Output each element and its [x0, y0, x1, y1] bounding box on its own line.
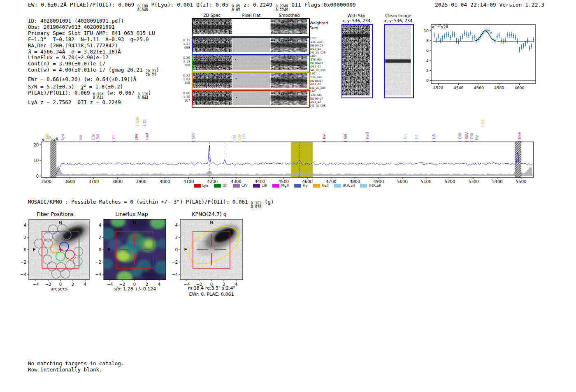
svg-text:−2: −2 [20, 260, 26, 264]
legend-item: (H)CaII [360, 183, 381, 188]
legend-item: Hγ [294, 183, 308, 188]
flux-unit-label: e−17x2Å [42, 136, 58, 141]
kpno-plot: −4−2024420−2−4NE [167, 209, 251, 291]
info-line: Primary Spec_Slot_IFU_AMP: 041_063_015_L… [28, 30, 159, 37]
kpno-xlabel2: EWr: 0, PLAE: 0.061 [175, 292, 248, 297]
fiber-positions-plot: −4−2024420−2−4NE [16, 209, 95, 291]
hi-lo-bounds: 0.1030.038 [251, 202, 262, 209]
legend-swatch [272, 184, 279, 188]
row-right-labels: 0.90"(536, 60)20190407v013_02041_LU_005 [309, 72, 334, 90]
spec2d-row [192, 72, 310, 90]
kpno-xlabel: m:18.4 re:3.3" s:2.4" [175, 285, 248, 291]
summary-header: EW: 0.6±0.2Å P(LAE)/P(OII): 0.069 0.1080… [28, 2, 356, 12]
svg-text:4580: 4580 [494, 86, 504, 90]
svg-text:8: 8 [426, 38, 429, 43]
legend-swatch [313, 184, 320, 188]
hi-lo-bounds: 0.1040.044 [93, 93, 104, 100]
svg-text:−4: −4 [172, 272, 178, 277]
info-line: Cont(w) = 4.00(±0.01)e-17 (gmag 20.21 20… [28, 67, 159, 77]
hi-lo-bounds: 0.050.05 [232, 5, 240, 12]
info-line: Cont(n) = 3.90(±0.07)e-17 [28, 61, 159, 67]
svg-text:0: 0 [426, 78, 429, 83]
svg-text:20: 20 [33, 143, 39, 147]
svg-text:4560: 4560 [474, 86, 484, 90]
hi-lo-bounds: 0.22490.2249 [276, 5, 288, 12]
svg-text:0: 0 [99, 248, 101, 252]
svg-text:E: E [184, 247, 187, 253]
spec2d-row [192, 55, 310, 72]
svg-text:6: 6 [426, 48, 429, 53]
svg-text:E: E [108, 247, 111, 253]
detection-info-block: ID: 4028091091 (4028091091.pdf)Obs: 2019… [28, 18, 159, 106]
clean-image-header: Clean Image x, y: 536, 234 [381, 14, 416, 23]
spec2d-row [192, 90, 310, 108]
legend-item: HeII [313, 183, 329, 188]
row-left-labels: 0.221.02108 [173, 74, 190, 85]
legend-swatch [233, 184, 240, 188]
svg-text:2: 2 [99, 235, 101, 240]
row-left-labels: 0.262.13108 [173, 56, 190, 67]
svg-text:0: 0 [175, 248, 178, 252]
svg-text:4: 4 [426, 58, 429, 63]
mosaic-match-line: MOSAIC/KPNO : Possible Matches = 0 (with… [28, 199, 274, 209]
weighted-sum-label: Weighted Sum [309, 21, 328, 30]
row-right-labels: 1.66"(536, 68)20190407v013_02041_LU_006 [309, 90, 334, 108]
row-right-labels: 0.79"(536, 234)20190407v013_03041_LU_025 [309, 37, 334, 55]
lineflux-map-plot: −4−2024420−2−4NE [91, 209, 173, 291]
info-line: LyA z = 2.7562 OII z = 0.2249 [28, 100, 159, 106]
legend-swatch [194, 184, 201, 188]
svg-text:4: 4 [24, 223, 26, 227]
spectrum-legend: LyαOIICIVCIIIMgIIHγHeII(K)CaII(H)CaII [41, 183, 534, 188]
legend-item: OII [214, 183, 228, 188]
info-line: F=1.3" T=0.182 N=1.11 A=0.93 g=25.0 [28, 37, 159, 43]
line-fit-plot: 452045404560458046000246810 [424, 21, 543, 92]
legend-item: CIII [253, 183, 267, 188]
hi-lo-bounds: 20.2120.21 [146, 70, 156, 77]
legend-item: (K)CaII [334, 183, 355, 188]
clean-image [384, 24, 414, 98]
svg-text:4: 4 [99, 223, 101, 227]
info-line: ID: 4028091091 (4028091091.pdf) [28, 18, 159, 24]
svg-text:0: 0 [36, 174, 39, 179]
info-line: LineFlux = 9.70(±2.90)e-17 [28, 55, 159, 61]
svg-text:4600: 4600 [514, 86, 524, 90]
svg-text:0: 0 [24, 248, 26, 252]
footer-line: No matching targets in catalog. [28, 360, 124, 366]
row-left-labels: 0.061.35107 [173, 91, 190, 102]
spec2d-row [192, 18, 310, 37]
legend-swatch [214, 184, 221, 188]
svg-text:−2: −2 [95, 260, 101, 264]
timestamp-version: 2025-01-04 22:14:09 Version 1.22.3 [435, 2, 544, 8]
svg-text:N: N [59, 220, 62, 225]
info-line: Obs: 20190407v013_4028091091 [28, 24, 159, 30]
col-header-2dspec: 2D Spec [192, 13, 232, 18]
flux-unit-label: e−17x2Å [432, 24, 448, 29]
info-line: P(LAE)/P(OII): 0.069 0.1040.044 (w: 0.06… [28, 90, 159, 100]
svg-text:−2: −2 [172, 260, 178, 264]
spec2d-row [192, 37, 310, 55]
svg-text:E: E [33, 247, 36, 253]
svg-text:4540: 4540 [453, 86, 463, 90]
svg-text:2: 2 [24, 235, 26, 240]
info-line: λ = 4566.34Å σ = 3.82(±1.18)Å [28, 49, 159, 55]
svg-text:N: N [133, 220, 136, 225]
elixer-report-page: { "header": { "left": [ {"t":"EW: 0.6±0.… [0, 0, 576, 392]
svg-text:2: 2 [426, 68, 429, 73]
svg-text:−4: −4 [95, 272, 101, 277]
col-header-smoothed: Smoothed [271, 13, 308, 18]
svg-text:N: N [210, 220, 213, 225]
footer-line: Row intentionally blank. [28, 366, 124, 373]
legend-item: MgII [272, 183, 288, 188]
fiber-positions-xlabel: arcsecs [29, 286, 89, 292]
legend-swatch [253, 184, 260, 188]
svg-text:10: 10 [33, 158, 39, 163]
legend-swatch [294, 184, 301, 188]
row-left-labels: 0.311.11088 [173, 38, 190, 49]
svg-text:−4: −4 [20, 272, 26, 277]
row-right-labels: 0.89"(536, 60)20190407v013_01041_LU_005 [309, 54, 334, 72]
with-sky-image [341, 24, 373, 98]
legend-item: Lyα [194, 183, 209, 188]
svg-text:10: 10 [424, 28, 429, 33]
info-line: RA,Dec (200.194138,51.772842) [28, 43, 159, 49]
svg-text:4: 4 [175, 223, 178, 227]
